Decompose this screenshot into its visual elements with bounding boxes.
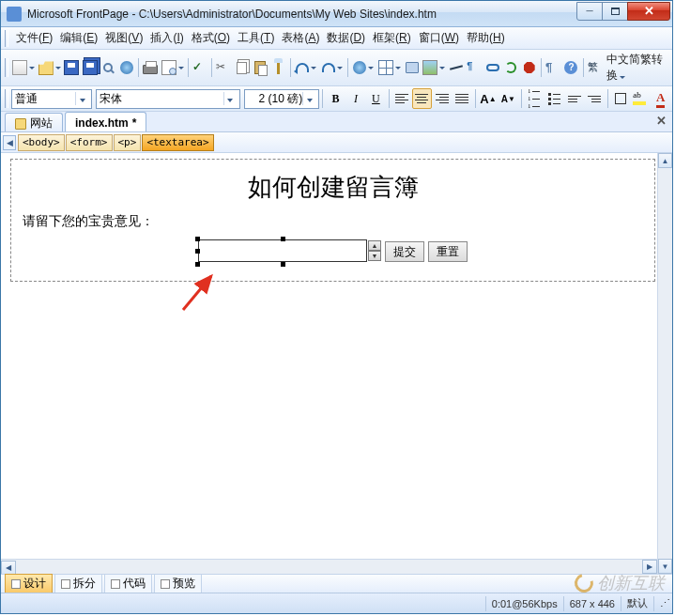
- format-painter-button[interactable]: [269, 57, 286, 78]
- crumb-form[interactable]: <form>: [66, 134, 113, 151]
- tab-close-button[interactable]: ✕: [656, 114, 667, 128]
- page-heading[interactable]: 如何创建留言簿: [23, 165, 643, 213]
- decrease-font-button[interactable]: A▼: [499, 88, 518, 109]
- save-button[interactable]: [63, 57, 80, 78]
- textarea-spinner[interactable]: ▲▼: [368, 240, 381, 261]
- cut-icon: ✂: [216, 60, 231, 75]
- new-icon: [12, 60, 27, 75]
- menu-file[interactable]: 文件(F): [12, 27, 56, 49]
- link-icon: [486, 64, 499, 71]
- align-justify-button[interactable]: [453, 88, 472, 109]
- align-right-button[interactable]: [433, 88, 453, 109]
- redo-button[interactable]: [319, 57, 345, 78]
- textarea-selected[interactable]: ▲▼: [198, 239, 381, 264]
- cjk-convert-button[interactable]: 中文简繁转换: [605, 52, 670, 84]
- save-icon: [64, 60, 79, 75]
- saveall-button[interactable]: [82, 57, 99, 78]
- bullet-list-button[interactable]: [545, 88, 564, 109]
- tab-index[interactable]: index.htm*: [65, 112, 146, 131]
- show-para-button[interactable]: ¶: [545, 57, 561, 78]
- font-color-button[interactable]: A: [652, 88, 671, 109]
- undo-button[interactable]: [294, 57, 319, 78]
- print-button[interactable]: [142, 57, 159, 78]
- size-combo[interactable]: 2 (10 磅): [244, 89, 320, 109]
- tab-website[interactable]: 网站: [5, 113, 63, 131]
- reset-button[interactable]: 重置: [428, 241, 468, 262]
- style-combo[interactable]: 普通: [11, 89, 92, 109]
- prompt-label[interactable]: 请留下您的宝贵意见：: [23, 213, 643, 230]
- titlebar: Microsoft FrontPage - C:\Users\Administr…: [1, 1, 672, 27]
- outdent-button[interactable]: [565, 88, 585, 109]
- webcomp-button[interactable]: [351, 57, 376, 78]
- layer-button[interactable]: [403, 57, 420, 78]
- minimize-button[interactable]: ─: [576, 2, 603, 21]
- standard-toolbar: ✓ ✂ ¶ ¶ ? 繁 中文简繁转换: [1, 50, 672, 86]
- align-left-button[interactable]: [392, 88, 412, 109]
- bold-button[interactable]: B: [326, 88, 345, 109]
- open-icon: [38, 60, 54, 75]
- view-design[interactable]: 设计: [5, 574, 53, 593]
- textarea-field[interactable]: [198, 239, 367, 262]
- find-button[interactable]: [100, 57, 116, 78]
- crumb-p[interactable]: <p>: [114, 134, 142, 151]
- open-button[interactable]: [37, 57, 62, 78]
- border-button[interactable]: [611, 88, 631, 109]
- crumb-textarea[interactable]: <textarea>: [142, 134, 213, 151]
- cjk-icon-button[interactable]: 繁: [587, 57, 604, 78]
- menu-help[interactable]: 帮助(H): [463, 27, 509, 49]
- toolbar-handle[interactable]: [5, 30, 8, 47]
- underline-button[interactable]: U: [366, 88, 386, 109]
- italic-button[interactable]: I: [346, 88, 366, 109]
- menu-tools[interactable]: 工具(T): [234, 27, 278, 49]
- preview-button[interactable]: [160, 57, 185, 78]
- menu-window[interactable]: 窗口(W): [415, 27, 463, 49]
- drawing-button[interactable]: [448, 57, 465, 78]
- menu-table[interactable]: 表格(A): [278, 27, 323, 49]
- crumb-body[interactable]: <body>: [18, 134, 65, 151]
- align-center-button[interactable]: [412, 88, 432, 109]
- view-preview[interactable]: 预览: [154, 574, 202, 593]
- menu-view[interactable]: 视图(V): [101, 27, 146, 49]
- toolbar-handle[interactable]: [5, 89, 8, 108]
- insert-button[interactable]: ¶: [466, 57, 483, 78]
- cut-button[interactable]: ✂: [215, 57, 232, 78]
- stop-button[interactable]: [520, 57, 537, 78]
- submit-button[interactable]: 提交: [385, 241, 424, 262]
- crumb-prev-button[interactable]: ◀: [3, 135, 16, 150]
- toolbar-handle[interactable]: [5, 58, 8, 77]
- folder-icon: [15, 118, 26, 130]
- refresh-icon: [505, 62, 516, 73]
- paste-button[interactable]: [252, 57, 268, 78]
- help-button[interactable]: ?: [562, 57, 579, 78]
- close-button[interactable]: ✕: [627, 2, 670, 21]
- numbered-list-button[interactable]: [525, 88, 545, 109]
- picture-icon: [422, 60, 437, 75]
- publish-button[interactable]: [117, 57, 134, 78]
- hyperlink-button[interactable]: [484, 57, 501, 78]
- picture-button[interactable]: [422, 57, 447, 78]
- view-split[interactable]: 拆分: [54, 574, 102, 593]
- design-icon: [11, 579, 21, 589]
- maximize-button[interactable]: [602, 2, 628, 21]
- copy-button[interactable]: [234, 57, 251, 78]
- spelling-button[interactable]: ✓: [192, 57, 208, 78]
- status-size: 687 x 446: [563, 596, 621, 611]
- new-button[interactable]: [11, 57, 37, 78]
- menu-frame[interactable]: 框架(R): [369, 27, 415, 49]
- horizontal-scrollbar[interactable]: ◀▶: [1, 559, 657, 574]
- menu-edit[interactable]: 编辑(E): [56, 27, 101, 49]
- menu-data[interactable]: 数据(D): [323, 27, 369, 49]
- status-resize-grip[interactable]: ⋰: [653, 596, 667, 611]
- menu-format[interactable]: 格式(O): [188, 27, 234, 49]
- design-editor[interactable]: 如何创建留言簿 请留下您的宝贵意见： ▲▼ 提交 重置: [1, 153, 672, 574]
- vertical-scrollbar[interactable]: ▲▼: [657, 153, 672, 574]
- refresh-button[interactable]: [502, 57, 519, 78]
- font-combo[interactable]: 宋体: [96, 89, 239, 109]
- table-button[interactable]: [377, 57, 403, 78]
- table-icon: [378, 60, 393, 75]
- increase-font-button[interactable]: A▲: [479, 88, 499, 109]
- view-code[interactable]: 代码: [104, 574, 152, 593]
- highlight-button[interactable]: [631, 88, 651, 109]
- indent-button[interactable]: [585, 88, 605, 109]
- menu-insert[interactable]: 插入(I): [146, 27, 187, 49]
